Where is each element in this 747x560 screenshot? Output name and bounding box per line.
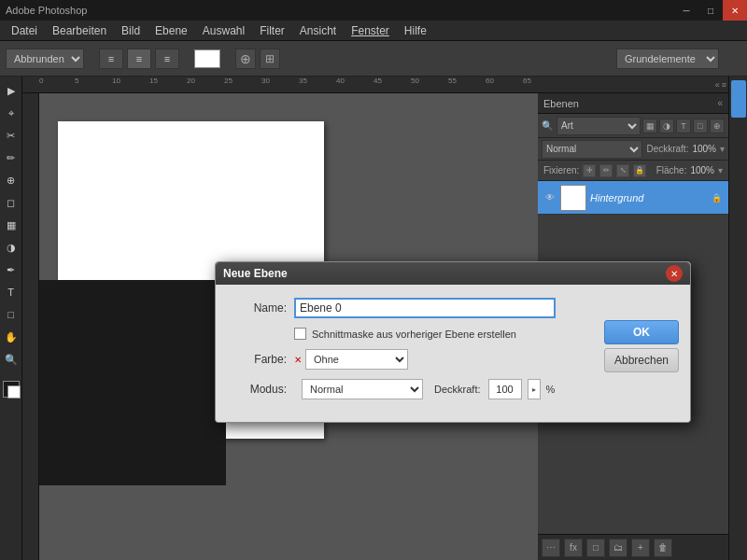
dialog-action-buttons: OK Abbrechen [604, 320, 679, 372]
dialog-close-button[interactable]: ✕ [666, 265, 683, 282]
color-select[interactable]: Ohne [305, 349, 408, 370]
dialog-titlebar: Neue Ebene ✕ [216, 262, 690, 285]
opacity-dialog-label: Deckkraft: [434, 384, 481, 395]
dialog-ok-button[interactable]: OK [604, 320, 679, 344]
color-x-icon: ✕ [294, 355, 302, 365]
opacity-input[interactable] [488, 379, 522, 399]
opacity-stepper[interactable]: ▸ [528, 379, 541, 399]
mode-select[interactable]: Normal [302, 379, 423, 399]
opacity-control: ▸ % [488, 379, 556, 399]
dialog-overlay: Neue Ebene ✕ OK Abbrechen Name: Schnittm… [0, 0, 747, 560]
schnittmaske-label: Schnittmaske aus vorheriger Ebene erstel… [312, 329, 516, 340]
schnittmaske-checkbox[interactable] [294, 328, 306, 340]
dialog-name-row: Name: [231, 298, 675, 318]
dialog-cancel-button[interactable]: Abbrechen [604, 348, 679, 372]
name-input[interactable] [294, 298, 556, 318]
dialog-mode-row: Modus: Normal Deckkraft: ▸ % [231, 379, 675, 399]
color-label: Farbe: [231, 353, 287, 366]
name-label: Name: [231, 301, 287, 315]
neue-ebene-dialog: Neue Ebene ✕ OK Abbrechen Name: Schnittm… [215, 261, 691, 423]
mode-label: Modus: [231, 383, 287, 396]
dialog-body: OK Abbrechen Name: Schnittmaske aus vorh… [216, 285, 690, 422]
dialog-title: Neue Ebene [223, 267, 288, 280]
percent-label: % [546, 384, 556, 395]
